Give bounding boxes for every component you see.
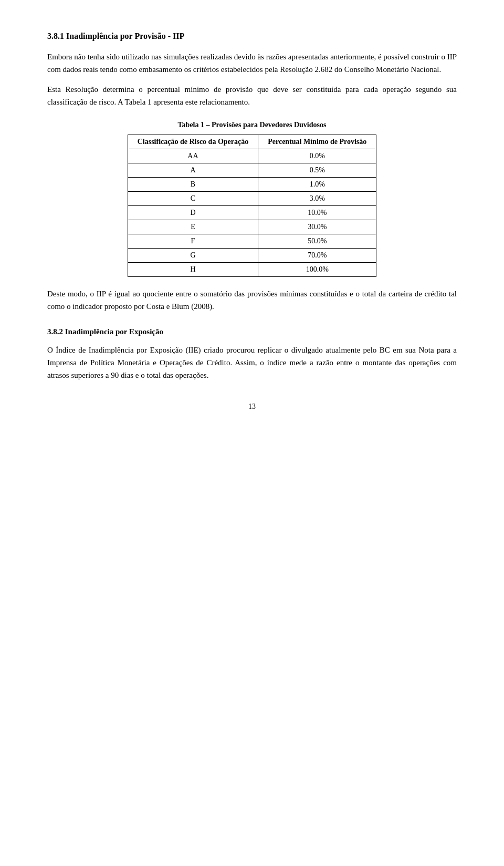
- table-header-row: Classificação de Risco da Operação Perce…: [128, 135, 376, 149]
- table-row: AA0.0%: [128, 149, 376, 163]
- table-cell-class: B: [128, 178, 258, 192]
- paragraph-4: O Índice de Inadimplência por Exposição …: [47, 344, 457, 382]
- table-row: F50.0%: [128, 234, 376, 249]
- table-cell-percent: 70.0%: [258, 249, 376, 263]
- table-row: H100.0%: [128, 263, 376, 277]
- table-caption: Tabela 1 – Provisões para Devedores Duvi…: [47, 121, 457, 129]
- section-title: 3.8.1 Inadimplência por Provisão - IIP: [47, 32, 457, 41]
- table-cell-class: D: [128, 206, 258, 220]
- table-cell-class: AA: [128, 149, 258, 163]
- table-row: B1.0%: [128, 178, 376, 192]
- table-row: A0.5%: [128, 163, 376, 178]
- table-row: C3.0%: [128, 192, 376, 206]
- table-cell-class: F: [128, 234, 258, 249]
- table-cell-percent: 3.0%: [258, 192, 376, 206]
- table-cell-percent: 0.5%: [258, 163, 376, 178]
- table-cell-class: A: [128, 163, 258, 178]
- table-row: E30.0%: [128, 220, 376, 234]
- table-wrapper: Classificação de Risco da Operação Perce…: [47, 135, 457, 277]
- table-cell-class: C: [128, 192, 258, 206]
- table-cell-percent: 50.0%: [258, 234, 376, 249]
- col-header-classification: Classificação de Risco da Operação: [128, 135, 258, 149]
- page-number: 13: [47, 403, 457, 411]
- paragraph-1: Embora não tenha sido utilizado nas simu…: [47, 50, 457, 76]
- table-cell-percent: 0.0%: [258, 149, 376, 163]
- table-cell-percent: 100.0%: [258, 263, 376, 277]
- paragraph-2: Esta Resolução determina o percentual mí…: [47, 83, 457, 108]
- table-cell-class: G: [128, 249, 258, 263]
- table-row: G70.0%: [128, 249, 376, 263]
- table-cell-percent: 30.0%: [258, 220, 376, 234]
- table-row: D10.0%: [128, 206, 376, 220]
- table-cell-percent: 1.0%: [258, 178, 376, 192]
- table-cell-class: H: [128, 263, 258, 277]
- table-cell-class: E: [128, 220, 258, 234]
- table-cell-percent: 10.0%: [258, 206, 376, 220]
- col-header-percent: Percentual Mínimo de Provisão: [258, 135, 376, 149]
- provisoes-table: Classificação de Risco da Operação Perce…: [128, 135, 377, 277]
- subsection-title: 3.8.2 Inadimplência por Exposição: [47, 327, 457, 336]
- paragraph-3: Deste modo, o IIP é igual ao quociente e…: [47, 287, 457, 313]
